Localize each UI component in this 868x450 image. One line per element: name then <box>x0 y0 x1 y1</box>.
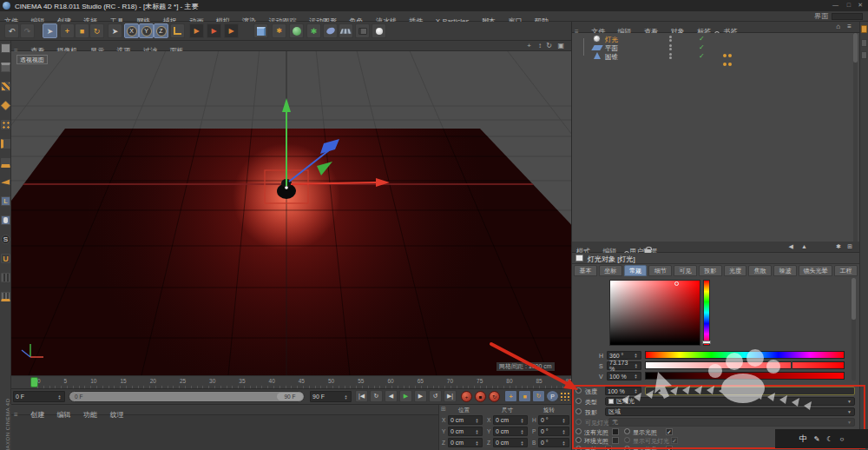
viewport-pan-icon[interactable]: + <box>527 42 531 50</box>
model-mode-icon[interactable] <box>1 63 10 72</box>
pos-y-field[interactable]: 0 cm <box>448 427 483 436</box>
viewport-orbit-icon[interactable]: ↻ <box>546 42 552 50</box>
viewport-toggle-icon[interactable]: ▣ <box>557 42 564 50</box>
object-row-light[interactable]: 灯光 ✓ <box>572 35 859 43</box>
tab-lens-flare[interactable]: 镜头光晕 <box>799 265 832 276</box>
redo-button[interactable]: ↷ <box>20 23 35 38</box>
value-slider[interactable] <box>645 372 845 380</box>
frame-spinner-icon[interactable] <box>343 392 349 401</box>
tab-details[interactable]: 细节 <box>648 265 672 276</box>
minimize-icon[interactable]: — <box>832 2 838 8</box>
intensity-field[interactable]: 100 % <box>605 387 641 395</box>
texture-mode-icon[interactable] <box>1 82 10 91</box>
rot-p-field[interactable]: 0 ° <box>538 427 569 436</box>
size-y-field[interactable]: 0 cm <box>493 427 528 436</box>
saturation-slider[interactable] <box>645 361 845 369</box>
lock-y-axis-button[interactable]: Y <box>139 23 154 38</box>
layout-select[interactable] <box>832 13 863 20</box>
close-icon[interactable]: ✕ <box>858 2 863 9</box>
rot-b-field[interactable]: 0 ° <box>538 438 569 447</box>
show-illumination-checkbox[interactable] <box>666 428 673 435</box>
viewport-canvas[interactable] <box>11 51 571 375</box>
lock-z-axis-button[interactable]: Z <box>154 23 168 38</box>
visibility-dots-icon[interactable] <box>669 52 672 60</box>
range-end-handle[interactable]: 90 F <box>277 393 303 400</box>
saturation-slider-handle[interactable] <box>791 361 792 369</box>
add-modifier-button[interactable]: ✱ <box>306 23 321 38</box>
loop-button[interactable]: ↻ <box>370 390 383 402</box>
key-scale-toggle[interactable]: ■ <box>518 390 531 402</box>
make-editable-icon[interactable] <box>1 43 10 53</box>
diffuse-checkbox[interactable] <box>605 446 612 450</box>
frame-spinner-icon[interactable] <box>56 392 62 401</box>
ink-pen-icon[interactable]: ✎ <box>814 435 820 443</box>
live-selection-tool[interactable]: ➤ <box>43 23 57 38</box>
rot-h-field[interactable]: 0 ° <box>538 415 569 425</box>
edges-mode-icon[interactable] <box>1 139 10 149</box>
panel-tab-icon[interactable] <box>861 39 867 47</box>
object-manager-body[interactable]: 灯光 ✓ 平面 ✓ 圆锥 ✓ <box>572 33 859 242</box>
attr-grid-icon[interactable]: ⊞ <box>847 243 852 250</box>
no-illumination-checkbox[interactable] <box>612 428 619 435</box>
tab-basic[interactable]: 基本 <box>574 265 597 276</box>
previous-frame-button[interactable]: ◀ <box>385 390 398 402</box>
tab-coordinates[interactable]: 坐标 <box>599 265 622 276</box>
cycle-button[interactable]: ↺ <box>429 390 442 402</box>
go-to-end-button[interactable]: ▶| <box>444 390 457 402</box>
coordinates-panel-icon[interactable]: ⊞ <box>441 406 446 413</box>
value-field[interactable]: 100 % <box>607 372 641 381</box>
material-menu-edit[interactable]: 编辑 <box>57 410 71 420</box>
keyframe-circle-icon[interactable] <box>575 446 582 450</box>
play-button[interactable]: ▶ <box>399 390 412 402</box>
timeline-ruler[interactable]: 0 5 10 15 20 25 30 35 40 45 50 55 60 65 … <box>11 375 571 388</box>
polygons-mode-icon[interactable] <box>1 158 10 168</box>
render-to-picture-viewer-button[interactable]: ▶ <box>207 23 221 38</box>
pos-z-field[interactable]: 0 cm <box>448 438 483 447</box>
tab-shadow[interactable]: 投影 <box>699 265 722 276</box>
tab-project[interactable]: 工程 <box>834 265 858 276</box>
workplane-lock-icon[interactable] <box>1 292 10 301</box>
keyframe-circle-icon[interactable] <box>575 419 582 425</box>
hue-field[interactable]: 360 ° <box>607 351 641 360</box>
keyframe-circle-icon[interactable] <box>624 437 630 443</box>
key-pla-toggle[interactable] <box>560 392 569 400</box>
key-position-toggle[interactable]: + <box>504 390 517 402</box>
rotate-tool[interactable]: ↻ <box>89 23 104 38</box>
visibility-dots-icon[interactable] <box>669 43 672 51</box>
show-clipping-checkbox[interactable] <box>666 446 673 450</box>
viewport-solo-icon[interactable] <box>1 215 10 225</box>
autokey-position-button[interactable]: ■ <box>475 391 486 402</box>
frame-range-slider[interactable]: 0 F 90 F <box>69 391 305 402</box>
panel-tab-icon[interactable] <box>861 51 867 59</box>
ime-language-button[interactable]: 中 <box>799 433 807 445</box>
attr-back-icon[interactable]: ◀ <box>789 243 793 250</box>
keyframe-circle-icon[interactable] <box>575 437 582 443</box>
light-type-dropdown[interactable]: 区域光 <box>605 397 855 406</box>
go-to-start-button[interactable]: |◀ <box>355 390 368 402</box>
points-mode-icon[interactable] <box>1 120 10 129</box>
material-menu-function[interactable]: 功能 <box>83 410 97 420</box>
snap-icon[interactable]: S <box>1 235 10 244</box>
object-row-plane[interactable]: 平面 ✓ <box>572 43 859 52</box>
tab-visibility[interactable]: 可见 <box>674 265 697 276</box>
enable-axis-icon[interactable]: L <box>1 196 10 206</box>
keyframe-circle-icon[interactable] <box>624 446 630 450</box>
lock-x-axis-button[interactable]: X <box>124 23 139 38</box>
material-menu-create[interactable]: 创建 <box>30 410 44 420</box>
tab-noise[interactable]: 噪波 <box>773 265 797 276</box>
content-browser-tab-icon[interactable] <box>861 25 867 33</box>
next-frame-button[interactable]: ▶ <box>414 390 427 402</box>
size-z-field[interactable]: 0 cm <box>493 438 528 447</box>
render-settings-button[interactable]: ▶ <box>224 23 239 38</box>
saturation-field[interactable]: 73.173 % <box>607 361 641 370</box>
coordinate-system-button[interactable] <box>170 23 185 38</box>
material-list-area[interactable] <box>11 415 438 450</box>
ambient-illumination-checkbox[interactable] <box>612 437 619 444</box>
workplane-icon[interactable] <box>1 273 10 282</box>
color-hue-strip[interactable] <box>703 280 710 346</box>
keyframe-circle-icon[interactable] <box>575 428 582 434</box>
tab-caustics[interactable]: 焦散 <box>748 265 772 276</box>
last-used-tool[interactable]: ➤ <box>108 23 122 38</box>
attr-gear-icon[interactable]: ✱ <box>836 243 841 250</box>
end-frame-field[interactable]: 90 F <box>310 391 352 402</box>
